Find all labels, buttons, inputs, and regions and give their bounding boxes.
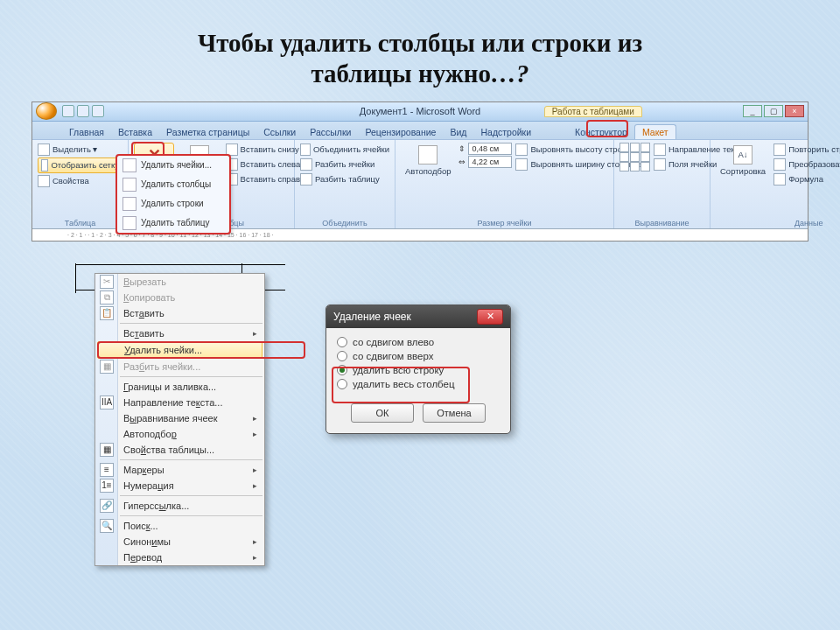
dialog-titlebar: Удаление ячеек ✕: [326, 305, 510, 328]
office-button[interactable]: [36, 102, 57, 120]
ctx-paste[interactable]: 📋Вставить: [95, 305, 264, 321]
menu-delete-table[interactable]: Удалить таблицу: [117, 214, 229, 233]
tab-references[interactable]: Ссылки: [256, 125, 303, 139]
ok-button[interactable]: ОК: [351, 403, 414, 423]
show-gridlines-button[interactable]: Отобразить сетку: [38, 158, 122, 173]
group-label-data: Данные: [716, 217, 840, 228]
menu-delete-columns[interactable]: Удалить столбцы: [117, 175, 229, 194]
radio-icon: [337, 337, 347, 347]
numbering-icon: 1≡: [100, 479, 114, 493]
insert-right-button[interactable]: Вставить справа: [226, 172, 305, 186]
separator: [120, 459, 262, 460]
ctx-copy[interactable]: ⧉Копировать: [95, 290, 264, 305]
tab-table-design[interactable]: Конструктор: [568, 125, 634, 139]
delete-dropdown-menu: Удалить ячейки... Удалить столбцы Удалит…: [116, 155, 230, 234]
qat-redo-icon[interactable]: [92, 105, 104, 117]
radio-delete-col[interactable]: удалить весь столбец: [337, 377, 500, 391]
tab-addins[interactable]: Надстройки: [473, 125, 538, 139]
tab-home[interactable]: Главная: [62, 125, 111, 139]
search-icon: 🔍: [100, 519, 114, 533]
tab-table-layout[interactable]: Макет: [634, 124, 676, 139]
merge-cells-button[interactable]: Объединить ячейки: [300, 143, 389, 157]
quick-access-toolbar: [62, 105, 104, 117]
dialog-title-text: Удаление ячеек: [333, 311, 411, 323]
ctx-cut[interactable]: ✂ВВырезатьырезать: [95, 274, 264, 290]
radio-icon: [337, 379, 347, 389]
text-direction-icon: IIA: [100, 396, 114, 410]
autofit-icon: [418, 145, 438, 164]
contextual-tab-title: Работа с таблицами: [544, 106, 642, 117]
ctx-delete-cells[interactable]: Удалить ячейки...: [97, 341, 262, 359]
window-titlebar: Документ1 - Microsoft Word Работа с табл…: [32, 102, 808, 122]
split-icon: ▦: [100, 360, 114, 374]
qat-undo-icon[interactable]: [77, 105, 89, 117]
insert-below-button[interactable]: Вставить снизу: [226, 143, 305, 157]
delete-cells-dialog: Удаление ячеек ✕ со сдвигом влево со сдв…: [326, 304, 511, 434]
ctx-text-direction[interactable]: IIAНаправление текста...: [95, 395, 264, 410]
tab-view[interactable]: Вид: [443, 125, 473, 139]
sort-icon: A↓: [733, 145, 752, 164]
group-data: A↓ Сортировка Повторить строки заголовко…: [710, 140, 840, 228]
ctx-insert[interactable]: Вставить▸: [95, 326, 264, 341]
menu-delete-cells[interactable]: Удалить ячейки...: [117, 156, 229, 175]
cut-icon: ✂: [100, 275, 114, 289]
ctx-bullets[interactable]: ≡Маркеры▸: [95, 462, 264, 478]
bullets-icon: ≡: [100, 463, 114, 477]
ctx-lookup[interactable]: 🔍Поиск...: [95, 518, 264, 534]
ctx-autofit[interactable]: Автоподбор▸: [95, 426, 264, 442]
window-minimize-button[interactable]: _: [743, 105, 762, 117]
autofit-button[interactable]: Автоподбор: [401, 143, 455, 178]
separator: [120, 323, 262, 324]
repeat-header-button[interactable]: Повторить строки заголовков: [774, 143, 840, 157]
ctx-synonyms[interactable]: Синонимы▸: [95, 534, 264, 550]
tab-review[interactable]: Рецензирование: [358, 125, 443, 139]
radio-delete-row[interactable]: удалить всю строку: [337, 363, 500, 377]
group-label-align: Выравнивание: [620, 217, 704, 228]
ctx-table-props[interactable]: ▦Свойства таблицы...: [95, 442, 264, 458]
select-button[interactable]: Выделить ▾: [38, 143, 122, 157]
radio-shift-left[interactable]: со сдвигом влево: [337, 335, 500, 349]
tab-mailings[interactable]: Рассылки: [303, 125, 358, 139]
col-width-input[interactable]: 4,22 см: [468, 156, 512, 168]
table-props-icon: ▦: [100, 443, 114, 457]
insert-left-button[interactable]: Вставить слева: [226, 158, 305, 172]
separator: [120, 495, 262, 496]
group-cell-size: Автоподбор ⇕0,48 см ⇔4,22 см Выровнять в…: [396, 140, 614, 228]
split-table-button[interactable]: Разбить таблицу: [300, 172, 389, 186]
properties-button[interactable]: Свойства: [38, 174, 122, 188]
cancel-button[interactable]: Отмена: [423, 403, 486, 423]
ctx-borders[interactable]: Границы и заливка...: [95, 379, 264, 395]
tab-insert[interactable]: Вставка: [111, 125, 159, 139]
ctx-split-cells[interactable]: ▦Разбить ячейки...: [95, 359, 264, 374]
split-cells-button[interactable]: Разбить ячейки: [300, 158, 389, 172]
group-table: Выделить ▾ Отобразить сетку Свойства Таб…: [32, 140, 129, 228]
radio-shift-up[interactable]: со сдвигом вверх: [337, 349, 500, 363]
link-icon: 🔗: [100, 499, 114, 513]
word-ribbon-screenshot: Документ1 - Microsoft Word Работа с табл…: [32, 102, 808, 242]
ribbon-tabs: Главная Вставка Разметка страницы Ссылки…: [32, 122, 808, 139]
group-alignment: Направление текста Поля ячейки Выравнива…: [614, 140, 710, 228]
radio-icon: [337, 365, 347, 375]
context-menu: ✂ВВырезатьырезать ⧉Копировать 📋Вставить …: [94, 273, 265, 566]
sort-button[interactable]: A↓ Сортировка: [716, 143, 770, 178]
dialog-close-button[interactable]: ✕: [477, 309, 503, 325]
group-label-table: Таблица: [38, 217, 122, 228]
paste-icon: 📋: [100, 306, 114, 320]
window-close-button[interactable]: ×: [785, 105, 804, 117]
ctx-translate[interactable]: Перевод▸: [95, 550, 264, 565]
window-maximize-button[interactable]: ▢: [764, 105, 783, 117]
separator: [120, 376, 262, 377]
ctx-cell-align[interactable]: Выравнивание ячеек▸: [95, 410, 264, 426]
menu-delete-rows[interactable]: Удалить строки: [117, 194, 229, 214]
ctx-hyperlink[interactable]: 🔗Гиперссылка...: [95, 498, 264, 514]
qat-save-icon[interactable]: [62, 105, 74, 117]
ctx-numbering[interactable]: 1≡Нумерация▸: [95, 478, 264, 494]
group-label-cellsize: Размер ячейки: [401, 217, 608, 228]
tab-page-layout[interactable]: Разметка страницы: [159, 125, 256, 139]
slide-title: Чтобы удалить столбцы или строки из табл…: [0, 0, 840, 102]
formula-button[interactable]: Формула: [774, 172, 840, 186]
row-height-input[interactable]: 0,48 см: [468, 143, 512, 155]
separator: [120, 515, 262, 516]
bottom-composite: ✂ВВырезатьырезать ⧉Копировать 📋Вставить …: [32, 264, 808, 562]
convert-text-button[interactable]: Преобразовать в текст: [774, 158, 840, 172]
